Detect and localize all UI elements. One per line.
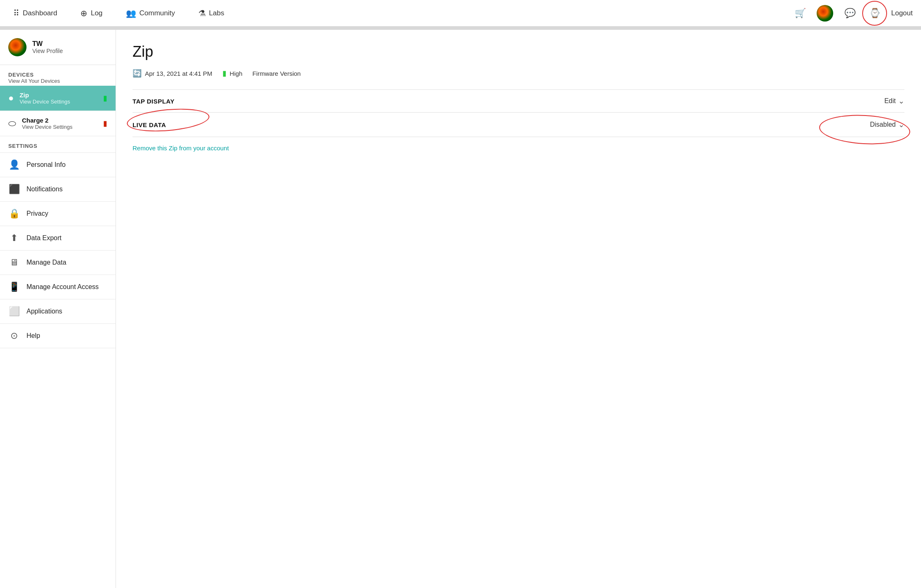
nav-community-label: Community	[140, 9, 175, 17]
disabled-label: Disabled	[870, 121, 896, 128]
edit-button[interactable]: Edit ⌄	[884, 96, 904, 106]
zip-device-info: Zip View Device Settings	[19, 92, 97, 105]
zip-device-icon: ●	[8, 93, 14, 104]
watch-icon-wrapper[interactable]: ⌚	[866, 5, 883, 22]
charge2-device-name: Charge 2	[22, 117, 97, 124]
sidebar-item-notifications[interactable]: ⬛ Notifications	[0, 177, 116, 202]
labs-icon: ⚗	[198, 8, 206, 18]
community-icon: 👥	[126, 8, 136, 18]
live-data-section: LIVE DATA Disabled ⌄	[133, 113, 904, 137]
tablet-icon: ⬜	[8, 306, 20, 317]
avatar-image	[817, 5, 833, 22]
nav-community[interactable]: 👥 Community	[121, 5, 180, 22]
battery-icon: ▮	[222, 69, 227, 78]
firmware-info: Firmware Version	[252, 70, 301, 77]
nav-subbar	[0, 27, 921, 30]
main-content: Zip 🔄 Apr 13, 2021 at 4:41 PM ▮ High Fir…	[116, 30, 921, 588]
sidebar-device-zip[interactable]: ● Zip View Device Settings ▮	[0, 86, 116, 111]
sync-date: Apr 13, 2021 at 4:41 PM	[145, 70, 212, 77]
sync-info: 🔄 Apr 13, 2021 at 4:41 PM	[133, 69, 212, 78]
sidebar: TW View Profile DEVICES View All Your De…	[0, 30, 116, 588]
zip-battery-icon: ▮	[103, 94, 107, 103]
data-export-label: Data Export	[27, 234, 61, 242]
edit-chevron-icon: ⌄	[898, 96, 904, 106]
tap-display-row: TAP DISPLAY Edit ⌄	[133, 90, 904, 113]
nav-log[interactable]: ⊕ Log	[75, 5, 107, 22]
phone-icon: 📱	[8, 282, 20, 292]
remove-device-link[interactable]: Remove this Zip from your account	[133, 145, 229, 152]
notifications-icon: ⬛	[8, 184, 20, 195]
live-data-row: LIVE DATA Disabled ⌄	[133, 113, 904, 137]
charge2-battery-icon: ▮	[103, 119, 107, 128]
lock-icon: 🔒	[8, 208, 20, 219]
sidebar-devices-header: DEVICES View All Your Devices	[0, 65, 116, 86]
applications-label: Applications	[27, 308, 62, 315]
sidebar-item-personal-info[interactable]: 👤 Personal Info	[0, 153, 116, 177]
sidebar-item-manage-data[interactable]: 🖥 Manage Data	[0, 251, 116, 275]
log-icon: ⊕	[80, 8, 87, 18]
sidebar-profile-info: TW View Profile	[32, 40, 63, 54]
charge2-device-info: Charge 2 View Device Settings	[22, 117, 97, 130]
notifications-label: Notifications	[27, 186, 63, 193]
tap-display-label: TAP DISPLAY	[133, 98, 174, 105]
charge2-device-icon: ⬭	[8, 118, 16, 129]
devices-section-title: DEVICES	[8, 72, 107, 78]
sync-icon: 🔄	[133, 69, 142, 78]
nav-dashboard[interactable]: ⠿ Dashboard	[8, 5, 62, 22]
disabled-annotation	[818, 113, 911, 146]
live-data-label: LIVE DATA	[133, 121, 166, 128]
manage-account-access-label: Manage Account Access	[27, 283, 99, 291]
sidebar-avatar	[8, 38, 27, 56]
sidebar-item-data-export[interactable]: ⬆ Data Export	[0, 226, 116, 251]
zip-device-sub: View Device Settings	[19, 99, 97, 105]
dashboard-icon: ⠿	[13, 8, 19, 18]
sidebar-item-manage-account-access[interactable]: 📱 Manage Account Access	[0, 275, 116, 299]
personal-info-label: Personal Info	[27, 161, 65, 169]
battery-info: ▮ High	[222, 69, 243, 78]
nav-labs[interactable]: ⚗ Labs	[193, 5, 229, 22]
device-meta: 🔄 Apr 13, 2021 at 4:41 PM ▮ High Firmwar…	[133, 69, 904, 78]
settings-section-title: SETTINGS	[8, 143, 37, 149]
sidebar-item-privacy[interactable]: 🔒 Privacy	[0, 202, 116, 226]
charge2-device-sub: View Device Settings	[22, 124, 97, 130]
firmware-label: Firmware Version	[252, 70, 301, 77]
help-label: Help	[27, 332, 40, 340]
top-nav: ⠿ Dashboard ⊕ Log 👥 Community ⚗ Labs 🛒 💬…	[0, 0, 921, 27]
manage-data-icon: 🖥	[8, 257, 20, 268]
battery-label: High	[230, 70, 243, 77]
sidebar-username: TW	[32, 40, 63, 48]
sidebar-item-applications[interactable]: ⬜ Applications	[0, 299, 116, 324]
sidebar-device-charge2[interactable]: ⬭ Charge 2 View Device Settings ▮	[0, 111, 116, 136]
logout-button[interactable]: Logout	[891, 9, 913, 17]
devices-view-all[interactable]: View All Your Devices	[8, 78, 107, 84]
nav-log-label: Log	[91, 9, 102, 17]
person-icon: 👤	[8, 159, 20, 170]
disabled-dropdown[interactable]: Disabled ⌄	[870, 120, 904, 129]
nav-dashboard-label: Dashboard	[23, 9, 57, 17]
cart-icon[interactable]: 🛒	[792, 5, 808, 22]
manage-data-label: Manage Data	[27, 259, 66, 266]
disabled-chevron-icon: ⌄	[898, 120, 904, 129]
avatar-nav[interactable]	[817, 5, 833, 22]
privacy-label: Privacy	[27, 210, 48, 217]
sidebar-item-help[interactable]: ⊙ Help	[0, 324, 116, 348]
export-icon: ⬆	[8, 233, 20, 243]
sidebar-view-profile: View Profile	[32, 48, 63, 54]
sidebar-settings-header: SETTINGS	[0, 136, 116, 153]
edit-label: Edit	[884, 97, 896, 105]
zip-device-name: Zip	[19, 92, 97, 99]
watch-icon: ⌚	[869, 8, 880, 19]
help-icon: ⊙	[8, 330, 20, 341]
sidebar-profile[interactable]: TW View Profile	[0, 30, 116, 65]
main-layout: TW View Profile DEVICES View All Your De…	[0, 30, 921, 588]
nav-right: 🛒 💬 ⌚ Logout	[792, 5, 913, 22]
nav-left: ⠿ Dashboard ⊕ Log 👥 Community ⚗ Labs	[8, 5, 792, 22]
nav-labs-label: Labs	[209, 9, 224, 17]
page-title: Zip	[133, 43, 904, 60]
messages-icon[interactable]: 💬	[841, 5, 858, 22]
